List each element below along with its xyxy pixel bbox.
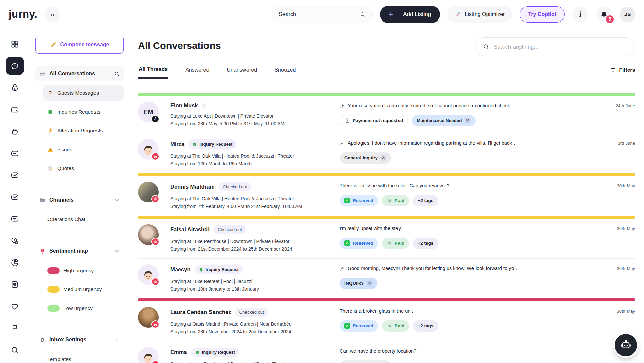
last-message-text: Apologies, I don't have information rega…	[348, 140, 517, 147]
global-search-input[interactable]	[279, 11, 359, 17]
sidebar-item-label: Quotes	[57, 165, 74, 171]
tag-maintenance-needed[interactable]: Maintenance Needed✕	[412, 115, 475, 126]
last-message: Your reservation is currently expired, s…	[340, 103, 588, 109]
doc-icon	[10, 280, 20, 289]
sidebar-item-alteration-requests[interactable]: Alteration Requests	[43, 123, 124, 138]
sidebar-header-inbox-settings[interactable]: Inbox Settings	[35, 332, 124, 348]
sidebar-header-all-conversations[interactable]: All Conversations	[35, 66, 124, 81]
sidebar-header-channels[interactable]: Channels	[35, 192, 124, 208]
sidebar-collapse-button[interactable]: »	[45, 7, 60, 22]
notifications-button[interactable]: 5	[596, 7, 612, 22]
tag-2-tags[interactable]: +2 tags	[413, 320, 438, 332]
add-listing-label: Add Listing	[403, 11, 431, 18]
conversation-row[interactable]: Mirza Inquiry Request Staying at The Oak…	[138, 133, 635, 173]
add-listing-button[interactable]: + Add Listing	[380, 6, 440, 23]
sidebar-item-templates[interactable]: Templates	[43, 352, 124, 363]
rail-item-listings[interactable]	[6, 122, 24, 140]
tag-label: Paid	[395, 198, 405, 203]
tag-label: +2 tags	[418, 241, 433, 246]
tag-2-tags[interactable]: +2 tags	[413, 238, 438, 249]
property-line: Staying at The Oak Villa | Heated Pool &…	[170, 153, 340, 159]
property-line: Staying at Luxe Retreat | Pool | Jacuzzi	[170, 279, 340, 284]
magnifier-icon[interactable]	[114, 71, 120, 77]
tab-snoozed[interactable]: Snoozed	[274, 67, 296, 78]
info-button[interactable]: i	[573, 7, 588, 22]
remove-tag-icon[interactable]: ✕	[380, 155, 386, 161]
rail-item-documents[interactable]	[6, 275, 24, 293]
tag-reserved[interactable]: ✓Reserved	[340, 195, 378, 206]
conversation-row[interactable]: Emma Inquiry Request Staying at Luxe Pen…	[138, 341, 635, 363]
sidebar-item-low-urgency[interactable]: Low urgency	[43, 300, 124, 316]
sidebar-item-inquiries-requests[interactable]: Inquiries Requests	[43, 104, 124, 120]
conversation-date: 30th May	[617, 226, 635, 231]
global-search[interactable]	[272, 6, 373, 23]
stay-dates-line: Staying from 12th March to 16th March	[170, 161, 340, 166]
tag-general-inquiry[interactable]: General Inquiry✕	[340, 360, 391, 363]
tab-answered[interactable]: Answered	[185, 67, 210, 78]
conversation-row[interactable]: Laura Cendan Sanchez Checked out Staying…	[138, 298, 635, 341]
sidebar-group-inbox-settings: Inbox SettingsTemplates	[35, 332, 124, 363]
chevron-down-icon[interactable]	[114, 337, 120, 342]
conversation-row[interactable]: Faisal Alrashdi Checked out Staying at L…	[138, 216, 635, 258]
split-icon	[10, 214, 20, 224]
rail-item-flags[interactable]	[6, 319, 24, 337]
chevron-down-icon[interactable]	[114, 197, 120, 203]
rail-item-revenue[interactable]: $	[6, 232, 24, 250]
sidebar-item-guests-messages[interactable]: Guests Messages	[43, 85, 124, 101]
rail-item-payouts[interactable]: $	[6, 79, 24, 97]
rail-item-wallet[interactable]	[6, 100, 24, 119]
chevron-down-icon[interactable]	[114, 248, 120, 254]
tag-paid[interactable]: Paid	[382, 238, 409, 249]
sidebar-item-issues[interactable]: Issues	[43, 142, 124, 157]
tab-all-threads[interactable]: All Threads	[138, 66, 168, 79]
sidebar-item-label: Guests Messages	[57, 90, 99, 96]
rail-item-favorites[interactable]	[6, 297, 24, 315]
try-copilot-button[interactable]: Try Copilot	[520, 6, 565, 23]
rail-item-dashboard[interactable]	[6, 35, 24, 53]
compose-message-button[interactable]: Compose message	[35, 36, 124, 54]
rail-item-analytics-1[interactable]	[6, 144, 24, 162]
rail-item-inbox[interactable]	[6, 57, 24, 75]
status-pill: Checked out	[219, 182, 251, 191]
conversation-row[interactable]: EM J Elon Musk Staying at Luxe Apt | Dow…	[138, 93, 635, 133]
listing-optimizer-label: Listing Optimizer	[465, 11, 505, 17]
filters-button[interactable]: Filters	[610, 67, 635, 78]
copilot-bot-button[interactable]	[615, 334, 637, 356]
conversation-search-input[interactable]	[494, 44, 627, 50]
rail-item-routing[interactable]	[6, 210, 24, 228]
conversation-date: 3rd June	[618, 140, 635, 146]
tag-paid[interactable]: Paid	[382, 320, 409, 332]
tag-2-tags[interactable]: +2 tags	[413, 195, 438, 206]
flag-icon	[10, 324, 20, 333]
listing-optimizer-button[interactable]: Listing Optimizer	[447, 6, 512, 23]
check-icon: ✓	[344, 198, 350, 203]
rail-item-analytics-2[interactable]	[6, 166, 24, 184]
info-icon: i	[579, 10, 581, 19]
conversation-row[interactable]: Dennis Markham Checked out Staying at Th…	[138, 173, 635, 216]
user-avatar[interactable]: JS	[620, 7, 635, 22]
rail-item-reports[interactable]	[6, 253, 24, 272]
sidebar-item-quotes[interactable]: Quotes	[43, 161, 124, 176]
tag-paid[interactable]: Paid	[382, 195, 409, 206]
tag-general-inquiry[interactable]: General Inquiry✕	[340, 152, 391, 164]
tag-label: Reserved	[353, 241, 373, 246]
conversation-search[interactable]	[475, 37, 635, 56]
tag-reserved[interactable]: ✓Reserved	[340, 320, 378, 332]
status-pill: Inquiry Request	[188, 139, 236, 149]
tag-payment-not-requested[interactable]: Payment not requested	[340, 115, 408, 126]
remove-tag-icon[interactable]: ✕	[367, 280, 373, 286]
tab-unanswered[interactable]: Unanswered	[226, 67, 258, 78]
conversation-row[interactable]: Maecyn Inquiry Request Staying at Luxe R…	[138, 258, 635, 298]
sidebar-item-medium-urgency[interactable]: Medium urgency	[43, 282, 124, 297]
tag-inquiry[interactable]: INQUIRY✕	[340, 278, 377, 289]
sidebar-item-operations-chat[interactable]: Operations Chat	[43, 212, 124, 227]
rail-item-analytics-3[interactable]	[6, 188, 24, 206]
tag-label: +2 tags	[418, 198, 433, 203]
sidebar-header-sentiment-map[interactable]: Sentiment map	[35, 243, 124, 259]
sidebar-item-high-urgency[interactable]: High urgency	[43, 263, 124, 278]
tag-label: General Inquiry	[344, 155, 378, 160]
remove-tag-icon[interactable]: ✕	[465, 118, 471, 124]
rail-item-search[interactable]	[6, 341, 24, 359]
guest-name: Faisal Alrashdi	[170, 226, 210, 233]
tag-reserved[interactable]: ✓Reserved	[340, 238, 378, 249]
